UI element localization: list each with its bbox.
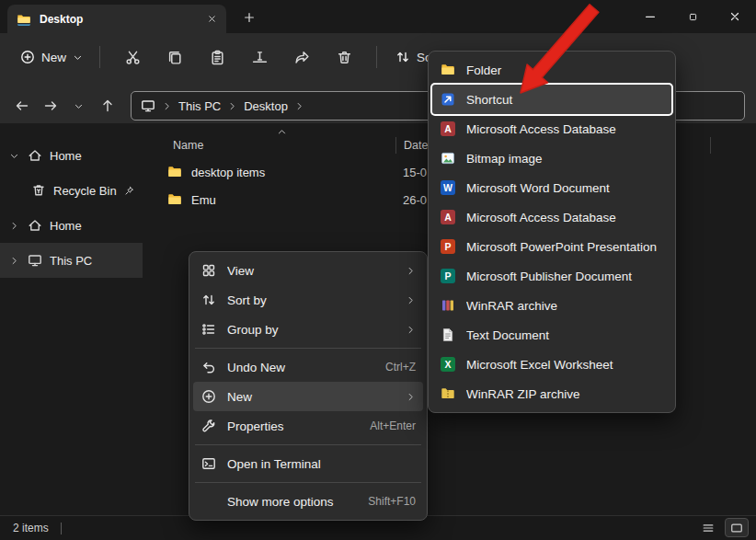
scissors-icon: [125, 50, 141, 65]
folder-icon: [167, 192, 182, 207]
submenu-item-access-database[interactable]: A Microsoft Access Database: [432, 114, 671, 144]
sidebar-item-label: Home: [50, 219, 82, 233]
new-tab-button[interactable]: [237, 7, 261, 28]
recent-locations-button[interactable]: [64, 91, 93, 121]
monitor-icon: [28, 253, 42, 268]
chevron-down-icon[interactable]: [9, 151, 20, 161]
submenu-item-shortcut[interactable]: Shortcut: [432, 85, 671, 114]
sidebar-item-label: This PC: [50, 254, 92, 268]
menu-item-label: Open in Terminal: [227, 457, 416, 471]
context-menu-item-undo-new[interactable]: Undo New Ctrl+Z: [193, 352, 423, 382]
copy-button[interactable]: [154, 40, 196, 75]
word-icon: W: [440, 180, 456, 195]
column-divider[interactable]: [710, 137, 711, 154]
sidebar-item-home[interactable]: Home: [0, 138, 143, 173]
delete-button[interactable]: [323, 40, 365, 75]
context-menu-item-properties[interactable]: Properties Alt+Enter: [193, 411, 423, 441]
chevron-right-icon[interactable]: [227, 101, 237, 111]
submenu-item-powerpoint-presentation[interactable]: P Microsoft PowerPoint Presentation: [432, 232, 671, 261]
menu-item-label: Microsoft Access Database: [466, 122, 664, 136]
paste-button[interactable]: [196, 40, 238, 75]
folder-icon: [167, 165, 182, 179]
menu-item-label: Microsoft Excel Worksheet: [466, 358, 664, 372]
menu-item-label: Show more options: [227, 495, 358, 509]
context-menu-item-group-by[interactable]: Group by: [193, 315, 423, 344]
submenu-item-text-document[interactable]: Text Document: [432, 320, 671, 350]
chevron-right-icon: [406, 266, 416, 276]
menu-item-label: Sort by: [227, 293, 395, 307]
cut-button[interactable]: [111, 40, 154, 75]
location-icon: [141, 98, 155, 113]
submenu-item-winrar-archive[interactable]: WinRAR archive: [432, 291, 671, 320]
context-menu-item-sort-by[interactable]: Sort by: [193, 285, 423, 315]
sidebar-item-this-pc[interactable]: This PC: [0, 243, 143, 278]
text-document-icon: [440, 327, 456, 342]
context-menu: View Sort by Group by Undo New Ctrl+Z Ne…: [189, 251, 428, 521]
breadcrumb-this-pc[interactable]: This PC: [178, 99, 221, 113]
submenu-item-publisher-document[interactable]: P Microsoft Publisher Document: [432, 261, 671, 291]
column-header-name[interactable]: Name: [143, 139, 395, 152]
toolbar-divider: [99, 46, 100, 68]
plus-circle-icon: [20, 50, 35, 64]
context-menu-item-show-more-options[interactable]: Show more options Shift+F10: [193, 487, 423, 516]
view-toggles: [696, 518, 749, 537]
trash-icon: [337, 50, 352, 65]
new-button-label: New: [41, 51, 66, 64]
menu-item-label: Text Document: [466, 328, 664, 342]
breadcrumb-desktop[interactable]: Desktop: [244, 99, 288, 113]
new-button[interactable]: New: [15, 42, 88, 72]
file-date: 15-0: [395, 166, 427, 179]
submenu-item-access-database-2[interactable]: A Microsoft Access Database: [432, 202, 671, 232]
home-icon: [28, 148, 42, 163]
forward-button[interactable]: [36, 91, 64, 121]
chevron-right-icon[interactable]: [9, 221, 20, 231]
chevron-right-icon[interactable]: [162, 101, 172, 111]
column-header-date[interactable]: Date: [396, 139, 428, 152]
context-menu-item-new[interactable]: New: [193, 382, 423, 411]
rename-button[interactable]: [238, 40, 281, 75]
context-menu-item-open-in-terminal[interactable]: Open in Terminal: [193, 449, 423, 478]
sort-icon: [200, 293, 217, 307]
folder-icon: [440, 63, 456, 77]
view-grid-icon: [200, 263, 217, 278]
sort-icon: [395, 50, 410, 64]
terminal-icon: [200, 456, 217, 471]
submenu-item-excel-worksheet[interactable]: X Microsoft Excel Worksheet: [432, 350, 671, 379]
navigation-pane: Home Recycle Bin Home This PC: [0, 123, 143, 515]
sidebar-item-home-2[interactable]: Home: [0, 208, 143, 243]
sidebar-item-label: Home: [50, 149, 82, 163]
up-button[interactable]: [93, 91, 121, 121]
new-submenu: Folder Shortcut A Microsoft Access Datab…: [428, 51, 676, 413]
window-controls: [629, 0, 756, 33]
menu-item-label: Microsoft Access Database: [466, 211, 664, 224]
chevron-right-icon[interactable]: [9, 256, 20, 266]
explorer-tab[interactable]: Desktop: [7, 5, 226, 33]
submenu-item-word-document[interactable]: W Microsoft Word Document: [432, 173, 671, 202]
share-button[interactable]: [281, 40, 323, 75]
copy-icon: [167, 50, 183, 65]
minimize-button[interactable]: [629, 0, 671, 33]
tab-close-icon[interactable]: [207, 14, 217, 24]
menu-item-label: WinRAR archive: [466, 299, 664, 313]
toolbar-divider: [376, 46, 377, 68]
submenu-item-folder[interactable]: Folder: [432, 55, 671, 85]
share-icon: [294, 50, 310, 65]
recycle-bin-icon: [31, 183, 46, 198]
submenu-item-winrar-zip-archive[interactable]: WinRAR ZIP archive: [432, 379, 671, 408]
back-button[interactable]: [7, 91, 36, 121]
chevron-right-icon[interactable]: [294, 101, 304, 111]
group-by-icon: [200, 322, 217, 337]
maximize-button[interactable]: [671, 0, 714, 33]
close-button[interactable]: [714, 0, 756, 33]
submenu-item-bitmap-image[interactable]: Bitmap image: [432, 144, 671, 173]
large-icons-view-button[interactable]: [725, 518, 749, 537]
sidebar-item-recycle-bin[interactable]: Recycle Bin: [0, 173, 143, 208]
chevron-right-icon: [406, 392, 416, 402]
winrar-archive-icon: [440, 298, 456, 313]
file-date: 26-0: [395, 193, 427, 207]
menu-item-label: Microsoft Word Document: [466, 181, 664, 195]
context-menu-item-view[interactable]: View: [193, 256, 423, 285]
details-view-button[interactable]: [696, 518, 720, 537]
menu-item-label: Properties: [227, 419, 360, 433]
menu-divider: [195, 348, 421, 349]
